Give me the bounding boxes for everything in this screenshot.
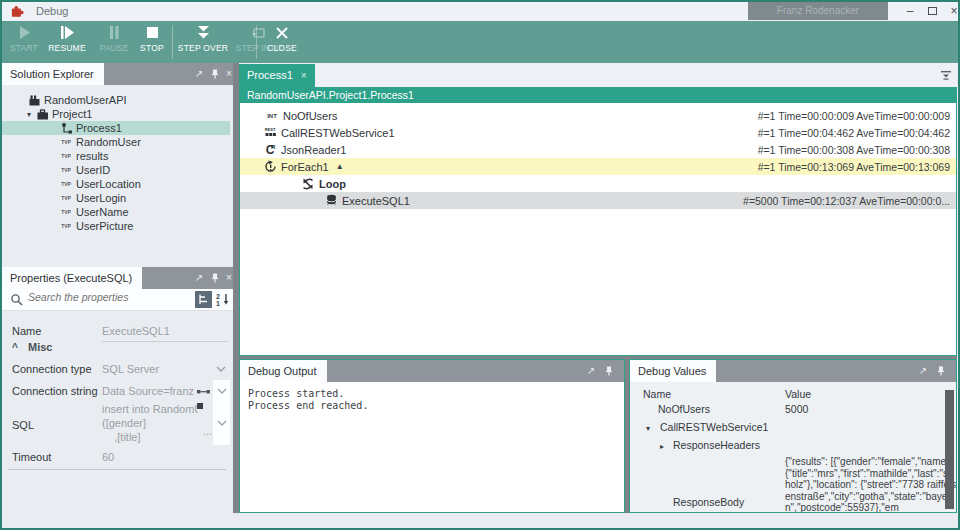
tab-process1[interactable]: Process1× xyxy=(239,64,315,87)
value-row-noofusers[interactable]: NoOfUsers 5000 xyxy=(630,403,956,421)
tree-item-process-selected[interactable]: Process1 xyxy=(2,121,230,135)
step-row-callrest[interactable]: REST CallRESTWebService1 #=1 Time=00:04:… xyxy=(240,124,956,141)
search-input[interactable] xyxy=(28,291,178,303)
resume-button[interactable]: RESUME xyxy=(44,23,90,61)
column-header-value: Value xyxy=(785,388,811,400)
step-stats: #=1 Time=00:00:009 AveTime=00:00:009 xyxy=(758,110,950,122)
tree-item-label: RandomUserAPI xyxy=(44,94,127,106)
step-row-foreach-current[interactable]: ForEach1 ▲ #=1 Time=00:13:069 AveTime=00… xyxy=(240,158,956,175)
step-over-button[interactable]: STEP OVER xyxy=(174,23,232,61)
pin-icon[interactable] xyxy=(602,364,616,378)
pin-icon[interactable] xyxy=(208,67,222,81)
solution-tree: RandomUserAPI ▾ Project1 Process1 TVP Ra… xyxy=(2,93,233,233)
sql-resize-handle[interactable] xyxy=(197,403,203,409)
tree-item-project[interactable]: ▾ Project1 xyxy=(2,107,233,121)
popout-icon[interactable]: ↗ xyxy=(192,67,206,81)
loop-icon xyxy=(300,177,316,191)
sort-top-glyph: 2 xyxy=(216,293,220,300)
property-search-row: 21 xyxy=(2,289,233,311)
minimize-button[interactable]: – xyxy=(900,3,920,20)
step-label: NoOfUsers xyxy=(283,110,337,122)
value-row-responsebody[interactable]: ResponseBody {"results": [{"gender":"fem… xyxy=(630,456,956,512)
database-icon xyxy=(323,194,339,207)
tree-item-table[interactable]: TVP UserLogin xyxy=(2,191,233,205)
value-row-callrest[interactable]: ▾ CallRESTWebService1 xyxy=(630,421,956,439)
value-row-responseheaders[interactable]: ▸ ResponseHeaders xyxy=(630,439,956,456)
debug-toolbar: START RESUME PAUSE STOP STEP OVER STEP I… xyxy=(2,21,958,63)
prop-conn-type-label: Connection type xyxy=(12,363,92,375)
value-name: ResponseBody xyxy=(673,496,744,508)
value-name: ResponseHeaders xyxy=(673,439,760,451)
tvp-icon: TVP xyxy=(58,223,74,229)
start-button: START xyxy=(6,23,42,61)
prop-conn-type-value[interactable]: SQL Server xyxy=(102,363,159,375)
debug-output-text: Process started. Process end reached. xyxy=(240,382,624,512)
stop-button[interactable]: STOP xyxy=(135,23,169,61)
popout-icon[interactable]: ↗ xyxy=(584,364,598,378)
sql-more-button[interactable]: ... xyxy=(203,425,212,437)
popout-icon[interactable]: ↗ xyxy=(192,271,206,285)
connection-link-icon xyxy=(196,387,211,397)
tvp-icon: TVP xyxy=(58,195,74,201)
foreach-icon xyxy=(262,160,278,173)
pin-icon[interactable] xyxy=(208,271,222,285)
tree-item-label: results xyxy=(76,150,108,162)
sql-dropdown-button[interactable] xyxy=(213,401,230,445)
conn-string-dropdown-button[interactable] xyxy=(213,380,230,401)
debug-values-panel: Debug Values ↗ Name Value NoOfUsers 5000… xyxy=(629,359,957,513)
step-row-jsonreader[interactable]: C R JsonReader1 #=1 Time=00:00:308 AveTi… xyxy=(240,141,956,158)
scrollbar-thumb[interactable] xyxy=(945,390,954,509)
close-window-button[interactable]: × xyxy=(944,3,960,20)
step-stats: #=5000 Time=00:12:037 AveTime=00:00:0... xyxy=(743,195,950,207)
toolbar-separator xyxy=(256,25,257,59)
sort-alphabetical-button[interactable]: 21 xyxy=(214,291,231,308)
prop-sql-label: SQL xyxy=(12,419,34,431)
tab-label: Process1 xyxy=(247,69,293,81)
solution-explorer-panel: Solution Explorer ↗ × RandomUserAPI ▾ Pr… xyxy=(2,63,233,265)
project-icon xyxy=(34,108,50,121)
section-collapse-icon[interactable]: ^ xyxy=(12,342,18,353)
expanded-icon[interactable]: ▾ xyxy=(646,424,650,433)
tree-item-table[interactable]: TVP UserLocation xyxy=(2,177,233,191)
tree-item-table[interactable]: TVP results xyxy=(2,149,233,163)
prop-conn-string-value[interactable]: Data Source=franzpc\sqls xyxy=(102,385,194,397)
step-label: CallRESTWebService1 xyxy=(281,127,395,139)
process-step-list: INT NoOfUsers #=1 Time=00:00:009 AveTime… xyxy=(239,103,957,356)
step-row-executesql[interactable]: ExecuteSQL1 #=5000 Time=00:12:037 AveTim… xyxy=(240,192,956,209)
pin-icon[interactable] xyxy=(934,364,948,378)
prop-name-value[interactable]: ExecuteSQL1 xyxy=(102,325,228,342)
sort-bottom-glyph: 1 xyxy=(216,300,220,307)
panel-title: Properties (ExecuteSQL) xyxy=(2,267,142,289)
search-icon xyxy=(10,293,24,307)
close-debug-button[interactable]: CLOSE xyxy=(260,23,304,61)
prop-conn-string-label: Connection string xyxy=(12,385,98,397)
tree-item-table[interactable]: TVP UserPicture xyxy=(2,219,233,233)
collapse-icon[interactable]: ▾ xyxy=(24,110,34,119)
tree-item-solution[interactable]: RandomUserAPI xyxy=(2,93,233,107)
collapse-up-icon[interactable]: ▲ xyxy=(336,162,344,171)
step-stats: #=1 Time=00:13:069 AveTime=00:13:069 xyxy=(758,161,950,173)
prop-section-misc[interactable]: Misc xyxy=(28,341,52,353)
document-list-icon[interactable] xyxy=(939,69,953,81)
tree-item-table[interactable]: TVP RandomUser xyxy=(2,135,233,149)
collapsed-icon[interactable]: ▸ xyxy=(660,442,664,451)
prop-name-label: Name xyxy=(12,325,41,337)
prop-timeout-value[interactable]: 60 xyxy=(102,451,114,463)
panel-title: Debug Values xyxy=(630,360,716,382)
properties-header: Properties (ExecuteSQL) ↗ × xyxy=(2,267,233,289)
user-badge[interactable]: Franz Rodenacker xyxy=(748,2,888,20)
maximize-button[interactable] xyxy=(922,3,942,20)
sql-value-line2: ([gender] xyxy=(102,417,146,429)
tree-item-table[interactable]: TVP UserID xyxy=(2,163,233,177)
sql-value-line1[interactable]: insert into RandomUser xyxy=(102,403,198,415)
prop-timeout-label: Timeout xyxy=(12,451,51,463)
popout-icon[interactable]: ↗ xyxy=(916,364,930,378)
tab-close-icon[interactable]: × xyxy=(301,70,307,81)
tree-item-label: UserPicture xyxy=(76,220,133,232)
step-label: JsonReader1 xyxy=(281,144,346,156)
categorized-view-button[interactable] xyxy=(195,291,212,308)
tree-item-table[interactable]: TVP UserName xyxy=(2,205,233,219)
step-row-noofusers[interactable]: INT NoOfUsers #=1 Time=00:00:009 AveTime… xyxy=(240,107,956,124)
step-row-loop[interactable]: Loop xyxy=(240,175,956,192)
chevron-down-icon[interactable] xyxy=(215,364,227,374)
